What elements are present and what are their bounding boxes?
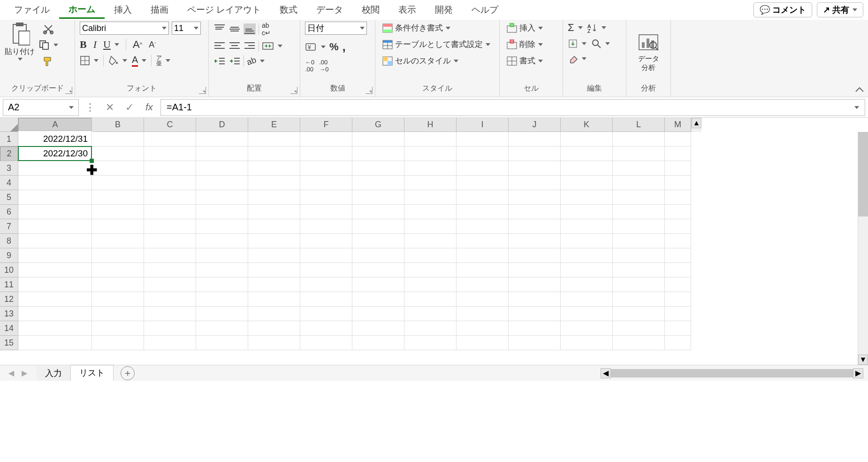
cell-G11[interactable] — [352, 277, 404, 292]
cell-F3[interactable] — [300, 161, 352, 176]
cell-C4[interactable] — [144, 176, 196, 190]
name-box[interactable]: A2 — [3, 99, 79, 116]
cell-A9[interactable] — [18, 248, 92, 263]
tab-file[interactable]: ファイル — [5, 2, 59, 18]
cell-G1[interactable] — [352, 132, 404, 146]
fill-button[interactable] — [568, 38, 586, 49]
cell-L8[interactable] — [613, 234, 665, 248]
cell-G3[interactable] — [352, 161, 404, 176]
cell-H13[interactable] — [404, 307, 457, 321]
decrease-font-button[interactable]: Aˇ — [149, 40, 156, 50]
cell-A13[interactable] — [18, 307, 92, 321]
decrease-decimal-button[interactable]: .00→0 — [319, 59, 328, 73]
cell-B6[interactable] — [92, 205, 144, 219]
cell-L4[interactable] — [613, 176, 665, 190]
cell-H3[interactable] — [404, 161, 457, 176]
cell-B10[interactable] — [92, 263, 144, 277]
cell-C1[interactable] — [144, 132, 196, 146]
cell-D6[interactable] — [196, 205, 248, 219]
cell-G5[interactable] — [352, 190, 404, 205]
cell-J1[interactable] — [509, 132, 561, 146]
tab-home[interactable]: ホーム — [59, 1, 105, 19]
cell-M1[interactable] — [665, 132, 691, 146]
cell-D1[interactable] — [196, 132, 248, 146]
row-header-11[interactable]: 11 — [0, 277, 18, 292]
cell-C2[interactable] — [144, 146, 196, 161]
fill-color-button[interactable] — [108, 55, 127, 66]
cell-J14[interactable] — [509, 321, 561, 336]
cell-grid[interactable]: 2022/12/312022/12/30✚ — [18, 132, 858, 365]
cell-I1[interactable] — [457, 132, 509, 146]
cell-B13[interactable] — [92, 307, 144, 321]
cell-K9[interactable] — [561, 248, 613, 263]
tab-page-layout[interactable]: ページ レイアウト — [178, 2, 270, 18]
cell-C14[interactable] — [144, 321, 196, 336]
cell-C10[interactable] — [144, 263, 196, 277]
column-header-B[interactable]: B — [92, 118, 144, 132]
column-header-K[interactable]: K — [561, 118, 613, 132]
cell-H1[interactable] — [404, 132, 457, 146]
cell-G2[interactable] — [352, 146, 404, 161]
cell-D9[interactable] — [196, 248, 248, 263]
cell-L2[interactable] — [613, 146, 665, 161]
cell-I8[interactable] — [457, 234, 509, 248]
column-header-F[interactable]: F — [300, 118, 352, 132]
cell-I2[interactable] — [457, 146, 509, 161]
cell-K6[interactable] — [561, 205, 613, 219]
cell-D12[interactable] — [196, 292, 248, 307]
cell-E2[interactable] — [248, 146, 300, 161]
cell-I7[interactable] — [457, 219, 509, 234]
cell-K3[interactable] — [561, 161, 613, 176]
add-sheet-button[interactable]: ＋ — [121, 366, 135, 380]
cell-C7[interactable] — [144, 219, 196, 234]
cell-D7[interactable] — [196, 219, 248, 234]
cell-I3[interactable] — [457, 161, 509, 176]
cell-L14[interactable] — [613, 321, 665, 336]
cell-M11[interactable] — [665, 277, 691, 292]
cell-B11[interactable] — [92, 277, 144, 292]
cell-H8[interactable] — [404, 234, 457, 248]
cell-C9[interactable] — [144, 248, 196, 263]
wrap-text-button[interactable]: abc↵ — [262, 22, 271, 37]
cell-F12[interactable] — [300, 292, 352, 307]
cell-G9[interactable] — [352, 248, 404, 263]
cell-A5[interactable] — [18, 190, 92, 205]
column-header-I[interactable]: I — [457, 118, 509, 132]
share-button[interactable]: ↗ 共有 — [817, 2, 863, 17]
cell-B14[interactable] — [92, 321, 144, 336]
cell-J4[interactable] — [509, 176, 561, 190]
cell-C5[interactable] — [144, 190, 196, 205]
cell-B1[interactable] — [92, 132, 144, 146]
font-name-select[interactable]: Calibri — [80, 22, 169, 35]
cell-A2[interactable]: 2022/12/30 — [18, 146, 92, 161]
align-middle-button[interactable] — [228, 23, 241, 35]
cell-styles-button[interactable]: セルのスタイル — [380, 54, 460, 67]
sort-filter-button[interactable]: AZ — [587, 23, 606, 33]
cell-F9[interactable] — [300, 248, 352, 263]
cell-C12[interactable] — [144, 292, 196, 307]
cell-J8[interactable] — [509, 234, 561, 248]
tab-draw[interactable]: 描画 — [141, 2, 178, 18]
collapse-ribbon-button[interactable] — [855, 86, 864, 93]
cell-I12[interactable] — [457, 292, 509, 307]
cell-M13[interactable] — [665, 307, 691, 321]
scroll-right-button[interactable]: ▶ — [853, 368, 863, 378]
column-header-J[interactable]: J — [509, 118, 561, 132]
font-color-button[interactable]: A — [132, 54, 146, 67]
column-header-L[interactable]: L — [613, 118, 665, 132]
cell-G15[interactable] — [352, 336, 404, 350]
cell-C6[interactable] — [144, 205, 196, 219]
font-size-select[interactable]: 11 — [172, 22, 201, 35]
cell-J11[interactable] — [509, 277, 561, 292]
dialog-launcher-icon[interactable] — [65, 87, 72, 94]
horizontal-scrollbar-thumb[interactable] — [611, 369, 853, 377]
cell-B3[interactable] — [92, 161, 144, 176]
cell-H2[interactable] — [404, 146, 457, 161]
cell-A12[interactable] — [18, 292, 92, 307]
cell-A7[interactable] — [18, 219, 92, 234]
cell-H6[interactable] — [404, 205, 457, 219]
row-header-4[interactable]: 4 — [0, 176, 18, 190]
row-header-13[interactable]: 13 — [0, 307, 18, 321]
find-select-button[interactable] — [591, 38, 610, 49]
cell-G10[interactable] — [352, 263, 404, 277]
